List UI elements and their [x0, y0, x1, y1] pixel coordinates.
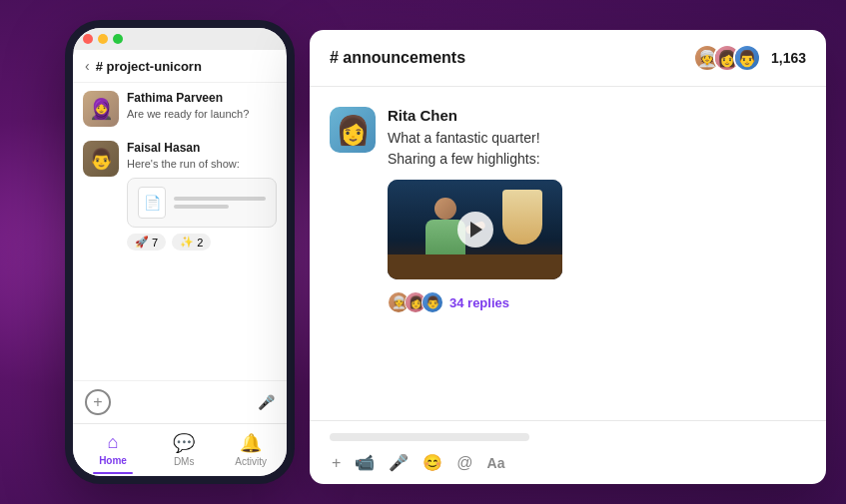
replies-count[interactable]: 34 replies	[449, 295, 509, 310]
desktop-messages: 👩 Rita Chen What a fantastic quarter! Sh…	[310, 87, 826, 420]
nav-home[interactable]: ⌂ Home	[93, 432, 133, 474]
input-toolbar: + 📹 🎤 😊 @ Aa	[330, 453, 806, 472]
replies-row: 👳 👩 👨 34 replies	[388, 291, 806, 313]
toolbar-video-icon[interactable]: 📹	[355, 453, 375, 472]
fathima-avatar: 🧕	[83, 91, 119, 127]
msg1-text: Are we ready for launch?	[127, 107, 277, 122]
home-active-bar	[93, 472, 133, 474]
phone-messages: 🧕 Fathima Parveen Are we ready for launc…	[73, 83, 287, 380]
toolbar-format-icon[interactable]: Aa	[487, 455, 505, 471]
file-preview-lines	[174, 197, 266, 209]
phone-add-button[interactable]: +	[85, 389, 111, 415]
msg1-content: Fathima Parveen Are we ready for launch?	[127, 91, 277, 122]
desk-surface	[388, 254, 562, 279]
phone-mic-icon[interactable]: 🎤	[258, 394, 275, 410]
sparkle-count: 2	[197, 237, 203, 249]
member-count: 1,163	[771, 50, 806, 66]
rita-avatar: 👩	[330, 107, 376, 153]
reaction-sparkle[interactable]: ✨ 2	[172, 234, 211, 251]
video-thumbnail[interactable]	[388, 180, 562, 279]
msg1-sender: Fathima Parveen	[127, 91, 277, 105]
phone-screen: ‹ # project-unicorn 🧕 Fathima Parveen Ar…	[73, 50, 287, 478]
window-chrome	[73, 28, 287, 50]
rita-name: Rita Chen	[388, 107, 806, 124]
desktop-header: # announcements 👳 👩 👨 1,163	[310, 30, 826, 87]
play-button[interactable]	[457, 212, 493, 248]
desktop-panel: # announcements 👳 👩 👨 1,163 👩 Rita Chen …	[310, 30, 826, 484]
phone-message-2: 👨 Faisal Hasan Here's the run of show: 📄	[83, 141, 277, 251]
person-head	[434, 198, 456, 220]
activity-label: Activity	[235, 456, 267, 467]
faisal-avatar: 👨	[83, 141, 119, 177]
desktop-input-bar: + 📹 🎤 😊 @ Aa	[310, 420, 826, 484]
rocket-emoji: 🚀	[135, 236, 149, 249]
activity-icon: 🔔	[240, 432, 262, 454]
back-icon[interactable]: ‹	[85, 58, 90, 74]
msg2-sender: Faisal Hasan	[127, 141, 277, 155]
toolbar-add-icon[interactable]: +	[332, 454, 341, 472]
file-attachment[interactable]: 📄	[127, 178, 277, 228]
phone-message-1: 🧕 Fathima Parveen Are we ready for launc…	[83, 91, 277, 127]
phone-mockup: ‹ # project-unicorn 🧕 Fathima Parveen Ar…	[65, 20, 295, 484]
reply-avatars: 👳 👩 👨	[388, 291, 443, 313]
home-label: Home	[99, 455, 127, 466]
msg2-content: Faisal Hasan Here's the run of show: 📄	[127, 141, 277, 251]
file-line-1	[174, 197, 266, 201]
desktop-message-rita: 👩 Rita Chen What a fantastic quarter! Sh…	[330, 107, 806, 313]
dms-label: DMs	[174, 456, 195, 467]
msg2-text: Here's the run of show:	[127, 157, 277, 172]
phone-header: ‹ # project-unicorn	[73, 50, 287, 83]
play-triangle-icon	[470, 222, 482, 238]
file-line-2	[174, 205, 229, 209]
dms-icon: 💬	[173, 432, 195, 454]
reply-avatar-3: 👨	[422, 291, 443, 313]
toolbar-emoji-icon[interactable]: 😊	[423, 453, 442, 472]
nav-activity[interactable]: 🔔 Activity	[235, 432, 267, 474]
sparkle-emoji: ✨	[180, 236, 194, 249]
phone-channel-name: # project-unicorn	[96, 59, 202, 74]
rita-msg-text: What a fantastic quarter! Sharing a few …	[388, 128, 806, 170]
header-avatars: 👳 👩 👨	[693, 44, 761, 72]
rita-msg-content: Rita Chen What a fantastic quarter! Shar…	[388, 107, 806, 313]
phone-bottom-nav: ⌂ Home 💬 DMs 🔔 Activity	[73, 423, 287, 478]
desk-lamp	[502, 190, 542, 245]
phone-input-area: + 🎤	[73, 380, 287, 423]
reaction-rocket[interactable]: 🚀 7	[127, 234, 166, 251]
reactions-row: 🚀 7 ✨ 2	[127, 234, 277, 251]
nav-dms[interactable]: 💬 DMs	[173, 432, 195, 474]
rocket-count: 7	[152, 237, 158, 249]
minimize-dot	[98, 34, 108, 44]
file-icon: 📄	[138, 187, 166, 219]
header-avatar-3: 👨	[733, 44, 761, 72]
close-dot	[83, 34, 93, 44]
toolbar-mention-icon[interactable]: @	[456, 454, 472, 472]
expand-dot	[113, 34, 123, 44]
toolbar-mic-icon[interactable]: 🎤	[389, 453, 409, 472]
home-icon: ⌂	[108, 432, 119, 453]
input-placeholder-bar	[330, 433, 529, 441]
desktop-channel-name: # announcements	[330, 49, 693, 67]
